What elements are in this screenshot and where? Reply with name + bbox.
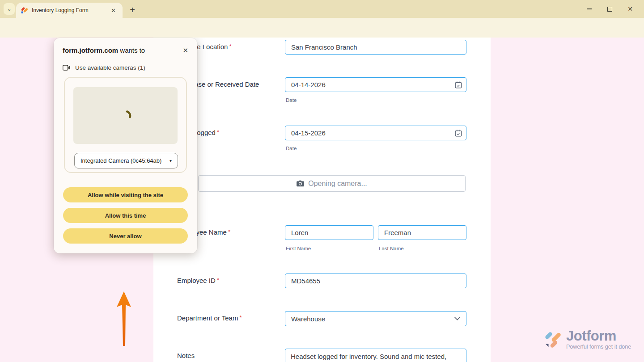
close-icon: ✕ bbox=[182, 46, 188, 54]
first-name-input[interactable] bbox=[285, 225, 373, 240]
window-minimize-button[interactable] bbox=[579, 3, 599, 15]
notes-label-text: Notes bbox=[177, 352, 195, 359]
window-controls: ✕ bbox=[579, 3, 640, 15]
plus-icon: + bbox=[130, 5, 135, 15]
tab-title: Inventory Logging Form bbox=[32, 7, 109, 13]
caret-down-icon: ▾ bbox=[169, 158, 172, 163]
date-logged-input[interactable] bbox=[285, 126, 466, 140]
new-tab-button[interactable]: + bbox=[126, 4, 139, 16]
tab-strip: ⌄ Inventory Logging Form ✕ + ✕ bbox=[0, 0, 644, 18]
employee-id-input[interactable] bbox=[285, 274, 466, 288]
maximize-icon bbox=[607, 7, 612, 12]
form-page: Storage Location* Purchase or Received D… bbox=[0, 38, 644, 362]
close-icon: ✕ bbox=[627, 6, 633, 12]
watermark-tagline: Powerful forms get it done bbox=[566, 344, 631, 350]
jotform-watermark[interactable]: Jotform Powerful forms get it done bbox=[544, 329, 631, 350]
tab-close-icon[interactable]: ✕ bbox=[109, 6, 118, 15]
allow-this-time-button[interactable]: Allow this time bbox=[63, 208, 188, 223]
loading-spinner-icon bbox=[118, 108, 133, 123]
camera-permission-popup: form.jotform.com wants to ✕ Use availabl… bbox=[54, 38, 197, 253]
watermark-brand: Jotform bbox=[566, 329, 631, 343]
take-photo-button[interactable]: Opening camera... bbox=[198, 175, 466, 192]
never-allow-button[interactable]: Never allow bbox=[63, 228, 188, 244]
browser-window: ⌄ Inventory Logging Form ✕ + ✕ ← → bbox=[0, 0, 644, 362]
employee-id-label-text: Employee ID bbox=[177, 277, 216, 284]
annotation-arrow-up-icon bbox=[115, 254, 133, 349]
browser-toolbar: ← → Use camera? form.jotform.com/2610401… bbox=[0, 18, 644, 38]
camera-preview-frame: Integrated Camera (0c45:64ab) ▾ bbox=[64, 77, 187, 173]
window-close-button[interactable]: ✕ bbox=[620, 3, 640, 15]
purchase-date-sublabel: Date bbox=[286, 97, 297, 103]
required-asterisk: * bbox=[239, 314, 242, 321]
storage-location-input[interactable] bbox=[285, 40, 466, 55]
required-asterisk: * bbox=[217, 129, 219, 135]
camera-preview bbox=[73, 87, 178, 144]
first-name-sublabel: First Name bbox=[286, 246, 311, 251]
popup-request-label: Use available cameras (1) bbox=[75, 64, 145, 71]
required-asterisk: * bbox=[217, 277, 219, 283]
watermark-text: Jotform Powerful forms get it done bbox=[566, 329, 631, 350]
camera-status-text: Opening camera... bbox=[308, 180, 367, 188]
jotform-logo-icon bbox=[544, 329, 563, 349]
popup-close-button[interactable]: ✕ bbox=[180, 45, 191, 56]
popup-request-row: Use available cameras (1) bbox=[63, 64, 145, 71]
date-logged-sublabel: Date bbox=[286, 146, 297, 151]
browser-tab[interactable]: Inventory Logging Form ✕ bbox=[16, 3, 123, 18]
notes-textarea[interactable]: Headset logged for inventory. Sound and … bbox=[285, 349, 466, 362]
employee-id-label: Employee ID* bbox=[177, 277, 219, 284]
chevron-down-icon: ⌄ bbox=[7, 6, 11, 12]
last-name-input[interactable] bbox=[378, 225, 466, 240]
window-maximize-button[interactable] bbox=[599, 3, 620, 15]
required-asterisk: * bbox=[228, 228, 230, 235]
allow-while-visiting-button[interactable]: Allow while visiting the site bbox=[63, 187, 188, 202]
department-select[interactable]: Warehouse bbox=[285, 311, 466, 326]
purchase-date-input[interactable] bbox=[285, 77, 466, 92]
chevron-down-icon bbox=[454, 317, 460, 320]
camera-device-selected: Integrated Camera (0c45:64ab) bbox=[80, 157, 169, 164]
department-selected-value: Warehouse bbox=[291, 315, 325, 323]
jotform-favicon-icon bbox=[21, 7, 28, 14]
popup-origin: form.jotform.com bbox=[63, 46, 118, 54]
popup-title-suffix: wants to bbox=[118, 46, 145, 54]
department-label-text: Department or Team bbox=[177, 314, 238, 322]
required-asterisk: * bbox=[229, 43, 231, 50]
last-name-sublabel: Last Name bbox=[379, 246, 404, 251]
minimize-icon bbox=[587, 8, 592, 9]
department-label: Department or Team* bbox=[177, 314, 242, 322]
notes-label: Notes bbox=[177, 352, 195, 359]
popup-title: form.jotform.com wants to bbox=[63, 46, 145, 54]
camera-device-select[interactable]: Integrated Camera (0c45:64ab) ▾ bbox=[74, 153, 178, 168]
videocam-icon bbox=[63, 65, 71, 71]
tab-search-button[interactable]: ⌄ bbox=[4, 3, 15, 15]
camera-icon bbox=[297, 180, 304, 187]
